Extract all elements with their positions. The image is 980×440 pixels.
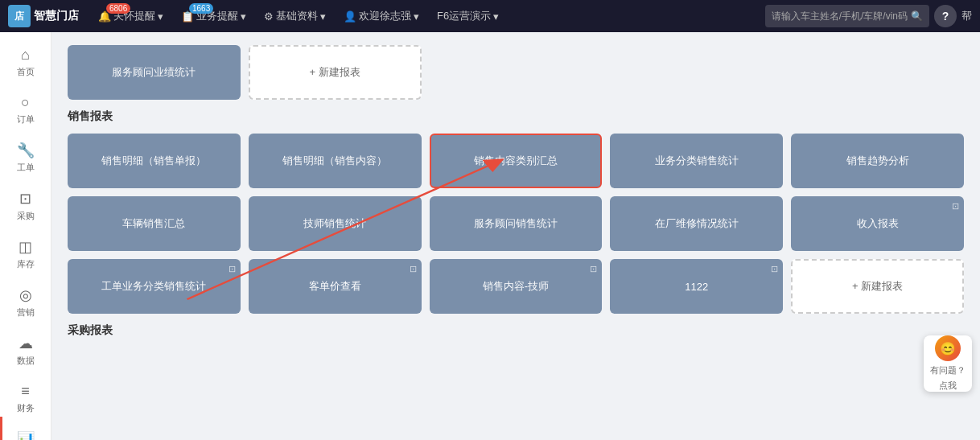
business-badge: 1663 (189, 3, 213, 14)
help-text[interactable]: 帮 (961, 9, 972, 23)
chat-line1: 有问题？ (930, 364, 966, 376)
sidebar-finance-label: 财务 (17, 402, 35, 414)
care-reminder-nav[interactable]: 🔔 关怀提醒 6806 ▾ (92, 0, 170, 32)
income-report-card[interactable]: ⊡ 收入报表 (791, 196, 964, 251)
chat-line2: 点我 (939, 380, 957, 392)
edit-icon-workorder: ⊡ (229, 264, 236, 274)
work-icon: 🔧 (17, 142, 35, 159)
logo-icon: 店 (8, 5, 31, 27)
chevron-down-icon4: ▾ (414, 10, 419, 23)
edit-icon-sales-tech: ⊡ (590, 264, 597, 274)
user-icon: 👤 (344, 10, 356, 23)
sidebar-marketing-label: 营销 (17, 306, 35, 319)
purchase-section-title: 采购报表 (68, 323, 964, 338)
sales-trend-card[interactable]: 销售趋势分析 (791, 134, 964, 188)
workorder-sales-card[interactable]: ⊡ 工单业务分类销售统计 (68, 259, 241, 314)
sidebar-item-order[interactable]: ○ 订单 (0, 86, 51, 134)
navbar: 店 智慧门店 🔔 关怀提醒 6806 ▾ 📋 业务提醒 1663 ▾ ⚙ 基础资… (0, 0, 980, 32)
sidebar-data-label: 数据 (17, 355, 35, 367)
chat-bubble[interactable]: 😊 有问题？ 点我 (924, 335, 972, 392)
gear-icon: ⚙ (264, 10, 274, 23)
sales-detail-single-card[interactable]: 销售明细（销售单报） (68, 134, 241, 188)
chevron-down-icon2: ▾ (241, 10, 246, 23)
sidebar-item-stock[interactable]: ◫ 库存 (0, 230, 51, 278)
top-partial-grid: 服务顾问业绩统计 + 新建报表 (68, 45, 964, 100)
main-content: 服务顾问业绩统计 + 新建报表 销售报表 销售明细（销售单报） 销售明细（销售内… (51, 32, 980, 440)
chevron-down-icon: ▾ (158, 10, 163, 23)
sidebar-home-label: 首页 (17, 66, 35, 78)
search-icon: 🔍 (911, 10, 923, 22)
sidebar-item-purchase[interactable]: ⊡ 采购 (0, 182, 51, 230)
advisor-sales-card[interactable]: 服务顾问销售统计 (430, 196, 603, 251)
sales-section-title: 销售报表 (68, 109, 964, 124)
sales-row-2: 车辆销售汇总 技师销售统计 服务顾问销售统计 在厂维修情况统计 ⊡ 收入报表 (68, 196, 964, 251)
data-icon: ☁ (19, 335, 33, 352)
business-reminder-nav[interactable]: 📋 业务提醒 1663 ▾ (175, 0, 253, 32)
sidebar-order-label: 订单 (17, 113, 35, 125)
welcome-nav[interactable]: 👤 欢迎徐志强 ▾ (337, 0, 426, 32)
home-icon: ⌂ (21, 47, 30, 64)
factory-repair-card[interactable]: 在厂维修情况统计 (610, 196, 783, 251)
sales-detail-content-card[interactable]: 销售明细（销售内容） (249, 134, 422, 188)
sidebar-stock-label: 库存 (17, 258, 35, 270)
sidebar-purchase-label: 采购 (17, 210, 35, 222)
sidebar-active-indicator (0, 417, 2, 440)
service-advisor-stats-card[interactable]: 服务顾问业绩统计 (68, 45, 241, 100)
chevron-down-icon3: ▾ (320, 10, 326, 23)
sidebar-item-data[interactable]: ☁ 数据 (0, 327, 51, 375)
add-report-top-card[interactable]: + 新建报表 (249, 45, 422, 100)
sidebar-item-performance[interactable]: 📊 业绩 (0, 422, 51, 440)
sidebar-item-work[interactable]: 🔧 工单 (0, 134, 51, 182)
add-report-sales-card[interactable]: + 新建报表 (791, 259, 964, 314)
purchase-icon: ⊡ (19, 190, 31, 208)
help-button[interactable]: ? (934, 5, 957, 27)
edit-icon-1122: ⊡ (771, 264, 778, 274)
edit-icon-income: ⊡ (952, 201, 959, 212)
sidebar-work-label: 工单 (17, 162, 35, 174)
care-badge: 6806 (106, 3, 130, 14)
sidebar-item-home[interactable]: ⌂ 首页 (0, 39, 51, 86)
performance-icon: 📊 (17, 430, 35, 440)
tech-sales-card[interactable]: 技师销售统计 (249, 196, 422, 251)
search-box[interactable]: 请输入车主姓名/手机/车牌/vin码 🔍 (765, 5, 929, 27)
marketing-icon: ◎ (19, 286, 32, 304)
sales-content-category-card[interactable]: 销售内容类别汇总 (430, 134, 603, 188)
customer-price-card[interactable]: ⊡ 客单价查看 (249, 259, 422, 314)
order-icon: ○ (21, 94, 30, 111)
sales-grid-container: 销售明细（销售单报） 销售明细（销售内容） 销售内容类别汇总 业务分类销售统计 … (68, 134, 964, 314)
search-placeholder: 请输入车主姓名/手机/车牌/vin码 (772, 10, 908, 23)
vehicle-sales-card[interactable]: 车辆销售汇总 (68, 196, 241, 251)
sidebar-item-finance[interactable]: ≡ 财务 (0, 375, 51, 422)
chat-avatar-icon: 😊 (935, 335, 961, 361)
finance-icon: ≡ (21, 383, 30, 400)
basic-data-nav[interactable]: ⚙ 基础资料 ▾ (257, 0, 332, 32)
logo-text: 智慧门店 (34, 9, 79, 23)
sidebar-item-marketing[interactable]: ◎ 营销 (0, 278, 51, 327)
sales-by-category-card[interactable]: 业务分类销售统计 (610, 134, 783, 188)
custom-1122-card[interactable]: ⊡ 1122 (610, 259, 783, 314)
sidebar: ⌂ 首页 ○ 订单 🔧 工单 ⊡ 采购 ◫ 库存 ◎ 营销 ☁ 数据 ≡ 财务 … (0, 32, 51, 440)
sales-row-1: 销售明细（销售单报） 销售明细（销售内容） 销售内容类别汇总 业务分类销售统计 … (68, 134, 964, 188)
f6-nav[interactable]: F6运营演示 ▾ (430, 0, 505, 32)
stock-icon: ◫ (19, 238, 32, 256)
logo[interactable]: 店 智慧门店 (8, 5, 79, 27)
sales-row-3: ⊡ 工单业务分类销售统计 ⊡ 客单价查看 ⊡ 销售内容-技师 ⊡ 1122 + … (68, 259, 964, 314)
sales-content-tech-card[interactable]: ⊡ 销售内容-技师 (430, 259, 603, 314)
chevron-down-icon5: ▾ (493, 10, 499, 23)
edit-icon-customer: ⊡ (410, 264, 417, 274)
